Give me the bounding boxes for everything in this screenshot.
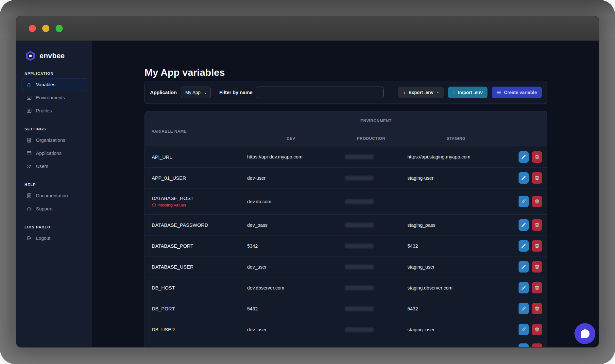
sidebar-item-support[interactable]: Support xyxy=(22,202,87,215)
sidebar-item-documentation[interactable]: Documentation xyxy=(22,189,87,202)
production-masked-value xyxy=(345,223,374,227)
create-variable-button[interactable]: ⊕ Create variable xyxy=(492,87,542,98)
edit-variable-button[interactable] xyxy=(519,240,529,252)
sidebar-item-label: Environments xyxy=(36,95,65,100)
application-label: Application xyxy=(150,90,177,95)
staging-value: 5432 xyxy=(402,306,510,311)
production-masked-value xyxy=(345,244,374,248)
production-value-cell xyxy=(340,327,402,332)
dev-value: dev_pass xyxy=(242,223,340,228)
table-row: API_URLhttps://api-dev.myapp.comhttps://… xyxy=(145,146,547,167)
production-masked-value xyxy=(345,286,374,290)
delete-variable-button[interactable] xyxy=(532,219,542,231)
missing-values-label: Missing values xyxy=(158,203,186,207)
variable-name-cell: DATABASE_USER xyxy=(145,264,242,270)
production-masked-value xyxy=(345,199,374,204)
trash-icon xyxy=(535,306,539,311)
document-icon xyxy=(26,193,32,199)
logo-text: envbee xyxy=(40,52,65,60)
variable-name: DATABASE_USER xyxy=(152,264,242,270)
sidebar-section-label: HELP xyxy=(25,183,87,187)
main-content: My App variables Application My App ⌄ Fi… xyxy=(92,41,599,347)
edit-variable-button[interactable] xyxy=(519,303,529,314)
delete-variable-button[interactable] xyxy=(532,303,542,314)
delete-variable-button[interactable] xyxy=(532,261,542,273)
edit-variable-button[interactable] xyxy=(519,219,529,231)
row-actions xyxy=(510,196,547,207)
variable-name-column-header: VARIABLE NAME xyxy=(152,129,187,134)
edit-variable-button[interactable] xyxy=(519,282,529,293)
create-variable-label: Create variable xyxy=(504,90,537,95)
row-actions xyxy=(510,240,547,252)
circle-plus-icon: ⊕ xyxy=(497,89,501,95)
users-icon xyxy=(26,163,32,169)
delete-variable-button[interactable] xyxy=(532,343,542,347)
table-row: DB_USERdev_userstaging_user xyxy=(145,319,547,340)
environment-group-header: ENVIRONMENT xyxy=(242,119,510,123)
variable-name: DATABASE_HOST xyxy=(152,195,242,201)
import-env-button[interactable]: ↑ Import .env xyxy=(448,87,487,98)
sidebar-nav: APPLICATION{}VariablesEnvironmentsProfil… xyxy=(22,72,87,245)
delete-variable-button[interactable] xyxy=(532,151,542,163)
export-env-button[interactable]: ↓ Export .env ▾ xyxy=(398,87,443,98)
staging-value: staging-user xyxy=(402,175,510,181)
braces-icon: {} xyxy=(26,82,32,88)
delete-variable-button[interactable] xyxy=(532,196,542,207)
sidebar-item-logout[interactable]: Logout xyxy=(22,232,87,245)
sidebar-item-users[interactable]: Users xyxy=(22,160,87,173)
edit-variable-button[interactable] xyxy=(519,261,529,273)
sidebar-item-applications[interactable]: Applications xyxy=(22,147,87,160)
staging-value: staging_user xyxy=(402,327,510,332)
table-row: DB_HOSTdev.dbserver.comstaging.dbserver.… xyxy=(145,277,547,298)
delete-variable-button[interactable] xyxy=(532,240,542,252)
edit-variable-button[interactable] xyxy=(519,196,529,207)
staging-value: staging_user xyxy=(402,264,510,270)
delete-variable-button[interactable] xyxy=(532,172,542,184)
missing-values-warning: Missing values xyxy=(152,203,242,207)
variable-name: API_URL xyxy=(152,154,242,160)
logo[interactable]: envbee xyxy=(22,50,87,62)
sidebar-item-label: Users xyxy=(36,164,48,169)
row-actions xyxy=(510,151,547,163)
table-body: API_URLhttps://api-dev.myapp.comhttps://… xyxy=(145,146,547,347)
production-value-cell xyxy=(340,286,402,290)
production-column-header: PRODUCTION xyxy=(340,136,402,141)
window-icon xyxy=(26,150,32,156)
dev-value: dev-user xyxy=(242,175,340,181)
table-row: DATABASE_HOSTMissing valuesdev.db.com xyxy=(145,188,547,214)
row-actions xyxy=(510,261,547,273)
filter-label: Filter by name xyxy=(219,90,253,95)
edit-variable-button[interactable] xyxy=(519,343,529,347)
sidebar-item-environments[interactable]: Environments xyxy=(22,91,87,104)
table-row: DATABASE_PORT53425432 xyxy=(145,235,547,256)
row-actions xyxy=(510,343,547,347)
filter-input[interactable] xyxy=(257,87,384,98)
variable-name: APP_01_USER xyxy=(152,175,242,181)
table-row xyxy=(145,340,547,347)
delete-variable-button[interactable] xyxy=(532,282,542,293)
sidebar-item-organizations[interactable]: Organizations xyxy=(22,134,87,147)
sidebar-section-label: LUIS PABLO xyxy=(25,225,87,229)
sidebar-item-profiles[interactable]: Profiles xyxy=(22,104,87,117)
variable-name-cell: DATABASE_PASSWORD xyxy=(145,222,242,228)
staging-value: staging_pass xyxy=(402,223,510,228)
production-value-cell xyxy=(340,306,402,311)
dev-value: dev_user xyxy=(242,264,340,270)
edit-variable-button[interactable] xyxy=(519,172,529,184)
edit-variable-button[interactable] xyxy=(519,151,529,163)
profile-card-icon xyxy=(26,108,32,114)
row-actions xyxy=(510,172,547,184)
close-window-button[interactable] xyxy=(29,25,36,32)
application-select[interactable]: My App ⌄ xyxy=(181,87,211,98)
sidebar-item-variables[interactable]: {}Variables xyxy=(22,78,87,91)
chat-widget-button[interactable] xyxy=(574,323,595,344)
edit-variable-button[interactable] xyxy=(519,324,529,335)
zoom-window-button[interactable] xyxy=(56,25,63,32)
delete-variable-button[interactable] xyxy=(532,324,542,335)
envbee-hexagon-logo-icon xyxy=(25,50,36,62)
minimize-window-button[interactable] xyxy=(42,25,49,32)
chevron-down-icon: ⌄ xyxy=(204,90,207,95)
logout-icon xyxy=(26,235,32,241)
page-title: My App variables xyxy=(145,67,225,78)
variable-name: DB_PORT xyxy=(152,306,242,311)
